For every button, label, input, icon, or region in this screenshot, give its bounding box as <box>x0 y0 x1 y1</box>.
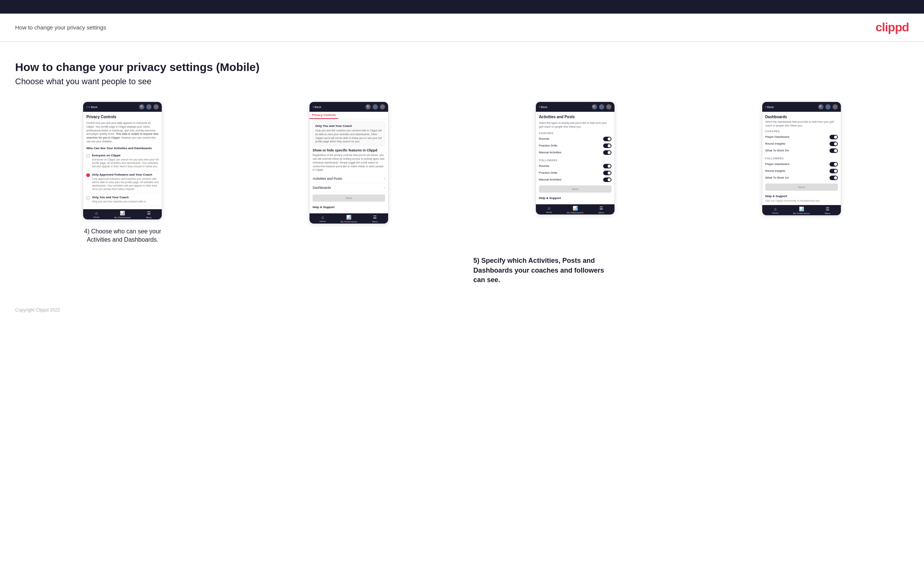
tab-home-4[interactable]: ⌂ Home <box>762 206 788 214</box>
more-icon-4[interactable]: ⋯ <box>832 104 838 110</box>
tab-menu-2[interactable]: ☰ Menu <box>362 215 388 223</box>
back-button-2[interactable]: ‹ Back <box>313 105 321 109</box>
followers-section-label-3: FOLLOWERS <box>539 159 611 162</box>
toggle-round-insights-followers[interactable]: Round Insights <box>765 168 838 174</box>
radio-everyone[interactable] <box>86 154 90 158</box>
tab-home-1[interactable]: ⌂ Home <box>83 211 109 219</box>
toggle-switch-rounds-coaches[interactable] <box>603 137 611 141</box>
toggle-switch-drills-coaches[interactable] <box>603 143 611 148</box>
dashboards-desc: Select the dashboards that you'd like to… <box>765 120 838 127</box>
profile-icon-2[interactable]: 👤 <box>373 104 378 110</box>
toggle-switch-drills-followers[interactable] <box>603 171 611 175</box>
radio-you-coach[interactable] <box>86 196 90 200</box>
arrow-icon-2: › <box>384 185 385 190</box>
callout-box: Only You and Your Coach Only you and the… <box>313 122 385 146</box>
phone-nav-1: ‹ < Back 🔍 👤 ⋯ <box>83 102 162 112</box>
save-button-2[interactable]: Save <box>313 195 385 201</box>
nav-icons-1: 🔍 👤 ⋯ <box>139 104 159 110</box>
more-icon-2[interactable]: ⋯ <box>380 104 385 110</box>
profile-icon-3[interactable]: 👤 <box>599 104 604 110</box>
screenshot-block-3: ‹ Back 🔍 👤 ⋯ Activities and Posts Select… <box>468 102 683 215</box>
screenshots-grid: ‹ < Back 🔍 👤 ⋯ Privacy Controls Control … <box>15 102 909 244</box>
arrow-icon: › <box>384 176 385 181</box>
tab-performance-3[interactable]: 📊 My Performance <box>562 206 588 214</box>
more-icon[interactable]: ⋯ <box>153 104 159 110</box>
toggle-switch-player-coaches[interactable] <box>830 135 838 139</box>
save-button-3[interactable]: Save <box>539 185 611 193</box>
search-icon-2[interactable]: 🔍 <box>365 104 371 110</box>
profile-icon[interactable]: 👤 <box>146 104 152 110</box>
tab-menu-3[interactable]: ☰ Menu <box>588 206 614 214</box>
search-icon[interactable]: 🔍 <box>139 104 144 110</box>
option-approved-text: Only Approved Followers and Your Coach O… <box>92 173 159 191</box>
toggle-what-to-work-followers[interactable]: What To Work On <box>765 174 838 181</box>
tab-home-3[interactable]: ⌂ Home <box>536 206 562 214</box>
toggle-switch-manual-followers[interactable] <box>603 177 611 182</box>
coaches-section-label-4: COACHES <box>765 130 838 132</box>
profile-icon-4[interactable]: 👤 <box>825 104 831 110</box>
more-icon-3[interactable]: ⋯ <box>606 104 611 110</box>
phone-mockup-2: ‹ Back 🔍 👤 ⋯ Privacy Controls <box>309 102 388 224</box>
toggle-player-dashboard-followers[interactable]: Player Dashboard <box>765 161 838 168</box>
radio-approved[interactable] <box>86 173 90 177</box>
phone-nav-4: ‹ Back 🔍 👤 ⋯ <box>762 102 841 112</box>
home-icon-2: ⌂ <box>321 215 324 219</box>
toggle-switch-work-coaches[interactable] <box>830 148 838 153</box>
nav-icons-3: 🔍 👤 ⋯ <box>592 104 611 110</box>
toggle-drills-coaches[interactable]: Practice Drills <box>539 142 611 149</box>
phone-body-1: Privacy Controls Control how you and you… <box>83 112 162 209</box>
option-you-coach[interactable]: Only You and Your Coach Only you and the… <box>86 193 159 206</box>
performance-icon-1: 📊 <box>120 211 125 216</box>
menu-icon-3: ☰ <box>599 206 603 211</box>
toggle-manual-coaches[interactable]: Manual Activities <box>539 149 611 156</box>
search-icon-4[interactable]: 🔍 <box>818 104 824 110</box>
activities-posts-label: Activities and Posts <box>313 177 342 181</box>
save-button-4[interactable]: Save <box>765 184 838 191</box>
tab-home-2[interactable]: ⌂ Home <box>310 215 336 223</box>
toggle-rounds-followers[interactable]: Rounds <box>539 163 611 169</box>
toggle-round-insights-coaches[interactable]: Round Insights <box>765 140 838 147</box>
back-button-3[interactable]: ‹ Back <box>539 105 548 109</box>
privacy-controls-tab[interactable]: Privacy Controls <box>310 112 338 119</box>
toggle-drills-followers[interactable]: Practice Drills <box>539 169 611 176</box>
caption-345: 5) Specify which Activities, Posts and D… <box>473 256 617 285</box>
tab-performance-4[interactable]: 📊 My Performance <box>788 206 814 214</box>
phone-mockup-1: ‹ < Back 🔍 👤 ⋯ Privacy Controls Control … <box>83 102 162 220</box>
phone-body-4: Dashboards Select the dashboards that yo… <box>762 112 841 205</box>
followers-section-label-4: FOLLOWERS <box>765 157 838 160</box>
tab-performance-1[interactable]: 📊 My Performance <box>110 211 136 219</box>
option-everyone[interactable]: Everyone on Clippd Everyone on Clippd ca… <box>86 152 159 171</box>
phone-tabbar-1: ⌂ Home 📊 My Performance ☰ Menu <box>83 209 162 219</box>
toggle-switch-insights-coaches[interactable] <box>830 142 838 146</box>
activities-posts-menu[interactable]: Activities and Posts › <box>313 174 385 183</box>
toggle-manual-followers[interactable]: Manual Activities <box>539 176 611 183</box>
back-button-4[interactable]: ‹ Back <box>765 105 774 109</box>
menu-icon-4: ☰ <box>826 206 830 211</box>
phone-tabbar-2: ⌂ Home 📊 My Performance ☰ Menu <box>310 213 388 224</box>
toggle-switch-manual-coaches[interactable] <box>603 150 611 155</box>
search-icon-3[interactable]: 🔍 <box>592 104 597 110</box>
tab-performance-2[interactable]: 📊 My Performance <box>336 215 362 223</box>
toggle-player-dashboard-coaches[interactable]: Player Dashboard <box>765 134 838 140</box>
toggle-what-to-work-coaches[interactable]: What To Work On <box>765 147 838 154</box>
toggle-switch-player-followers[interactable] <box>830 162 838 166</box>
tab-menu-4[interactable]: ☰ Menu <box>814 206 840 214</box>
tab-menu-1[interactable]: ☰ Menu <box>136 211 162 219</box>
nav-icons-4: 🔍 👤 ⋯ <box>818 104 838 110</box>
back-button-1[interactable]: ‹ < Back <box>86 105 97 109</box>
screenshot-block-2: ‹ Back 🔍 👤 ⋯ Privacy Controls <box>241 102 457 224</box>
phone-nav-3: ‹ Back 🔍 👤 ⋯ <box>536 102 614 112</box>
dashboards-label: Dashboards <box>313 186 331 190</box>
toggle-switch-insights-followers[interactable] <box>830 169 838 173</box>
dashboards-menu[interactable]: Dashboards › <box>313 183 385 192</box>
screenshot-block-1: ‹ < Back 🔍 👤 ⋯ Privacy Controls Control … <box>15 102 230 244</box>
callout-desc: Only you and the coaches you connect wit… <box>315 129 383 143</box>
toggle-switch-rounds-followers[interactable] <box>603 164 611 168</box>
screenshot-block-4: ‹ Back 🔍 👤 ⋯ Dashboards Select the dashb… <box>694 102 909 216</box>
home-icon-1: ⌂ <box>95 211 98 215</box>
help-label-2: Help & Support <box>313 204 385 210</box>
toggle-rounds-coaches[interactable]: Rounds <box>539 135 611 142</box>
logo: clippd <box>876 20 909 34</box>
option-approved[interactable]: Only Approved Followers and Your Coach O… <box>86 171 159 193</box>
toggle-switch-work-followers[interactable] <box>830 176 838 180</box>
